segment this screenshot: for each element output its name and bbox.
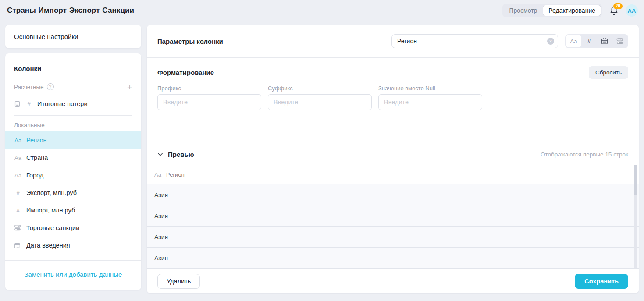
cell-value: Азия bbox=[154, 255, 168, 262]
toggle-icon bbox=[14, 224, 22, 231]
number-type-icon: # bbox=[14, 190, 22, 196]
table-row: Азия bbox=[147, 227, 639, 248]
prefix-label: Префикс bbox=[157, 85, 261, 92]
type-number-button[interactable]: # bbox=[581, 35, 597, 47]
clear-icon[interactable]: × bbox=[547, 38, 554, 45]
sidebar-item-column-import[interactable]: # Импорт, млн,руб bbox=[5, 202, 141, 219]
calculator-icon bbox=[14, 101, 21, 107]
mode-edit-button[interactable]: Редактирование bbox=[543, 5, 601, 16]
page-title: Страны-Импорт-Экспорт-Санкции bbox=[7, 6, 134, 15]
avatar[interactable]: AA bbox=[626, 4, 638, 17]
column-label: Город bbox=[26, 172, 43, 179]
sidebar-item-column-country[interactable]: Aa Страна bbox=[5, 149, 141, 166]
suffix-input[interactable] bbox=[268, 94, 372, 110]
chevron-down-icon[interactable] bbox=[157, 152, 163, 156]
column-label: Регион bbox=[26, 137, 47, 144]
column-type-switcher: Aa # bbox=[565, 34, 628, 48]
sidebar-item-main-settings[interactable]: Основные настройки bbox=[5, 25, 141, 48]
columns-panel-title: Колонки bbox=[14, 65, 132, 72]
delete-button[interactable]: Удалить bbox=[157, 274, 200, 289]
text-type-icon: Aa bbox=[14, 137, 22, 144]
sidebar-item-column-export[interactable]: # Экспорт, млн.руб bbox=[5, 184, 141, 202]
local-section-label: Локальные bbox=[5, 118, 141, 131]
formatting-title: Форматирование bbox=[157, 69, 214, 76]
table-row: Азия bbox=[147, 205, 639, 227]
column-label: Дата введения bbox=[26, 242, 70, 249]
formatting-section: Форматирование Сбросить Префикс Суффикс … bbox=[147, 58, 639, 144]
type-text-button[interactable]: Aa bbox=[566, 35, 581, 47]
text-type-icon: Aa bbox=[14, 172, 22, 179]
text-type-icon: Aa bbox=[14, 155, 22, 161]
sidebar: Основные настройки Колонки Расчетные ? + bbox=[5, 25, 141, 293]
save-button[interactable]: Сохранить bbox=[575, 274, 628, 289]
number-type-icon: # bbox=[14, 207, 22, 214]
column-header-label: Регион bbox=[166, 171, 185, 178]
prefix-input[interactable] bbox=[157, 94, 261, 110]
divider bbox=[14, 115, 132, 116]
notification-badge: 20 bbox=[613, 3, 623, 9]
panel-title: Параметры колонки bbox=[157, 38, 223, 45]
type-date-button[interactable] bbox=[597, 35, 612, 47]
calendar-icon bbox=[601, 38, 608, 45]
sidebar-item-column-date[interactable]: Дата введения bbox=[5, 237, 141, 254]
scrollbar-thumb[interactable] bbox=[634, 165, 637, 195]
number-type-icon: # bbox=[25, 101, 33, 107]
preview-rows-note: Отображаются первые 15 строк bbox=[541, 151, 628, 158]
mode-toggle: Просмотр Редактирование bbox=[502, 4, 602, 17]
column-name-input[interactable] bbox=[391, 34, 558, 48]
table-row: Азия bbox=[147, 184, 639, 205]
toggle-icon bbox=[616, 38, 623, 45]
column-label: Торговые санкции bbox=[26, 224, 79, 231]
cell-value: Азия bbox=[154, 212, 168, 220]
suffix-label: Суффикс bbox=[268, 85, 372, 92]
type-boolean-button[interactable] bbox=[612, 35, 627, 47]
cell-value: Азия bbox=[154, 234, 168, 241]
replace-or-add-data-link[interactable]: Заменить или добавить данные bbox=[5, 261, 141, 288]
column-label: Страна bbox=[26, 154, 48, 161]
calculated-section-label: Расчетные bbox=[14, 84, 44, 90]
calendar-icon bbox=[14, 242, 22, 249]
column-label: Экспорт, млн.руб bbox=[26, 189, 77, 196]
sidebar-item-column-sanctions[interactable]: Торговые санкции bbox=[5, 219, 141, 237]
column-label: Импорт, млн,руб bbox=[26, 207, 75, 214]
text-type-icon: Аа bbox=[154, 171, 161, 178]
add-calculated-column-button[interactable]: + bbox=[127, 82, 132, 92]
topbar: Страны-Импорт-Экспорт-Санкции Просмотр Р… bbox=[0, 0, 644, 21]
preview-title: Превью bbox=[168, 151, 194, 158]
sidebar-item-calculated-column[interactable]: # Итоговые потери bbox=[5, 95, 141, 113]
help-icon[interactable]: ? bbox=[47, 83, 54, 90]
panel-footer: Удалить Сохранить bbox=[147, 269, 639, 293]
columns-panel: Колонки Расчетные ? + bbox=[5, 53, 141, 290]
null-value-label: Значение вместо Null bbox=[378, 85, 482, 92]
sidebar-item-column-region[interactable]: Aa Регион bbox=[5, 131, 141, 149]
main-settings-label: Основные настройки bbox=[14, 33, 78, 40]
column-params-panel: Параметры колонки × Aa # bbox=[147, 25, 639, 293]
sidebar-item-column-city[interactable]: Aa Город bbox=[5, 166, 141, 184]
mode-view-button[interactable]: Просмотр bbox=[503, 5, 543, 16]
preview-table: Аа Регион Азия Азия Азия Азия bbox=[147, 165, 639, 269]
table-row: Азия bbox=[147, 248, 639, 269]
preview-scrollbar[interactable] bbox=[634, 165, 637, 268]
preview-header: Превью Отображаются первые 15 строк bbox=[147, 144, 639, 165]
column-label: Итоговые потери bbox=[37, 100, 88, 107]
notifications-button[interactable]: 20 bbox=[608, 5, 619, 16]
preview-table-header: Аа Регион bbox=[147, 165, 639, 184]
reset-button[interactable]: Сбросить bbox=[589, 66, 628, 79]
cell-value: Азия bbox=[154, 191, 168, 198]
null-value-input[interactable] bbox=[378, 94, 482, 110]
